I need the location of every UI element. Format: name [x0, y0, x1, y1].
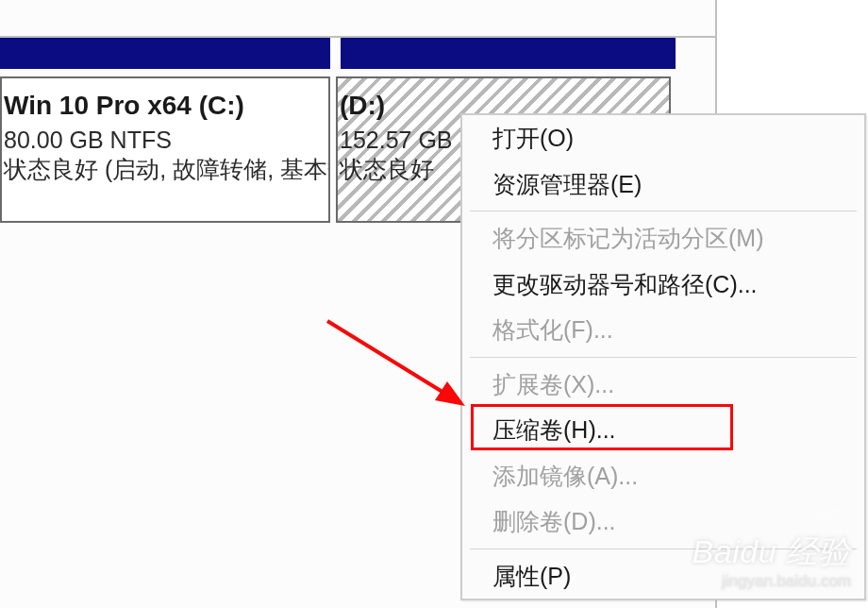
menu-explorer[interactable]: 资源管理器(E)	[462, 161, 864, 208]
menu-change-drive[interactable]: 更改驱动器号和路径(C)...	[462, 262, 864, 308]
partition-header-c	[0, 38, 330, 69]
svg-point-2	[809, 510, 818, 521]
menu-properties[interactable]: 属性(P)	[462, 553, 864, 600]
paw-icon	[804, 506, 845, 548]
svg-point-3	[820, 506, 829, 517]
svg-point-5	[814, 521, 835, 540]
menu-open[interactable]: 打开(O)	[462, 115, 864, 161]
menu-separator	[470, 211, 857, 211]
partition-header-d	[341, 38, 676, 69]
menu-separator	[470, 357, 857, 358]
menu-add-mirror: 添加镜像(A)...	[462, 453, 864, 499]
partition-c-size: 80.00 GB NTFS	[4, 126, 326, 155]
partition-header-bar	[0, 38, 715, 69]
menu-shrink[interactable]: 压缩卷(H)...	[462, 407, 864, 453]
menu-mark-active: 将分区标记为活动分区(M)	[462, 215, 864, 262]
menu-extend: 扩展卷(X)...	[462, 362, 864, 408]
partition-c[interactable]: Win 10 Pro x64 (C:) 80.00 GB NTFS 状态良好 (…	[0, 76, 330, 223]
menu-separator	[470, 549, 857, 549]
partition-c-status: 状态良好 (启动, 故障转储, 基本数	[4, 155, 326, 184]
svg-point-4	[831, 510, 841, 521]
menu-format: 格式化(F)...	[462, 307, 864, 353]
top-section	[0, 0, 715, 38]
partition-c-title: Win 10 Pro x64 (C:)	[4, 92, 326, 121]
